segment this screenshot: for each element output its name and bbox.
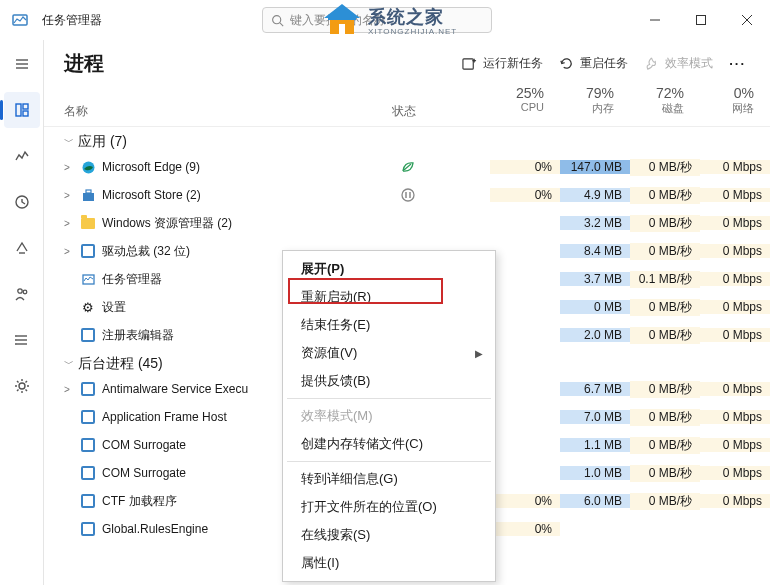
window-title: 任务管理器	[42, 12, 102, 29]
nav-services[interactable]	[4, 368, 40, 404]
svg-rect-40	[83, 193, 94, 201]
svg-rect-14	[23, 104, 28, 109]
process-status	[400, 187, 490, 203]
ctx-search-online[interactable]: 在线搜索(S)	[283, 521, 495, 549]
process-icon	[78, 410, 98, 424]
cell-disk: 0 MB/秒	[630, 437, 700, 454]
svg-line-32	[25, 390, 27, 392]
ctx-resource-values[interactable]: 资源值(V)▶	[283, 339, 495, 367]
nav-history[interactable]	[4, 184, 40, 220]
process-icon	[78, 466, 98, 480]
nav-details[interactable]	[4, 322, 40, 358]
cell-disk: 0 MB/秒	[630, 409, 700, 426]
sidebar	[0, 40, 44, 585]
cell-disk: 0 MB/秒	[630, 243, 700, 260]
cell-memory: 2.0 MB	[560, 328, 630, 342]
svg-point-42	[402, 189, 414, 201]
expand-icon[interactable]: >	[64, 218, 78, 229]
ctx-expand[interactable]: 展开(P)	[283, 255, 495, 283]
page-title: 进程	[64, 50, 454, 77]
process-row[interactable]: >Microsoft Store (2)0%4.9 MB0 MB/秒0 Mbps	[44, 181, 770, 209]
expand-icon[interactable]: >	[64, 246, 78, 257]
process-icon	[78, 494, 98, 508]
svg-line-34	[25, 381, 27, 383]
restart-task-button[interactable]: 重启任务	[551, 51, 636, 76]
cell-network: 0 Mbps	[700, 188, 770, 202]
cell-disk: 0 MB/秒	[630, 327, 700, 344]
run-new-task-button[interactable]: 运行新任务	[454, 51, 551, 76]
process-row[interactable]: >Microsoft Edge (9)0%147.0 MB0 MB/秒0 Mbp…	[44, 153, 770, 181]
cell-network: 0 Mbps	[700, 244, 770, 258]
titlebar: 任务管理器 键入要搜索的名称…	[0, 0, 770, 40]
context-menu: 展开(P) 重新启动(R) 结束任务(E) 资源值(V)▶ 提供反馈(B) 效率…	[282, 250, 496, 582]
column-header: 名称 状态 25%CPU 79%内存 72%磁盘 0%网络	[44, 83, 770, 127]
cell-memory: 1.0 MB	[560, 466, 630, 480]
process-icon	[78, 522, 98, 536]
svg-point-18	[17, 289, 21, 293]
process-icon	[78, 438, 98, 452]
expand-icon[interactable]: >	[64, 384, 78, 395]
ctx-separator	[287, 461, 491, 462]
ctx-feedback[interactable]: 提供反馈(B)	[283, 367, 495, 395]
svg-line-2	[280, 22, 283, 25]
hamburger-button[interactable]	[4, 46, 40, 82]
cell-disk: 0 MB/秒	[630, 299, 700, 316]
cell-disk: 0.1 MB/秒	[630, 271, 700, 288]
ctx-open-file-location[interactable]: 打开文件所在的位置(O)	[283, 493, 495, 521]
search-input[interactable]: 键入要搜索的名称…	[262, 7, 492, 33]
group-apps[interactable]: ﹀ 应用 (7)	[44, 127, 770, 153]
cell-memory: 0 MB	[560, 300, 630, 314]
ctx-go-to-details[interactable]: 转到详细信息(G)	[283, 465, 495, 493]
nav-startup[interactable]	[4, 230, 40, 266]
svg-rect-15	[23, 111, 28, 116]
pause-icon	[400, 187, 416, 203]
cell-network: 0 Mbps	[700, 494, 770, 508]
close-button[interactable]	[724, 0, 770, 40]
cell-disk: 0 MB/秒	[630, 187, 700, 204]
col-disk[interactable]: 72%磁盘	[622, 85, 692, 120]
ctx-end-task[interactable]: 结束任务(E)	[283, 311, 495, 339]
svg-rect-0	[13, 15, 27, 25]
col-memory[interactable]: 79%内存	[552, 85, 622, 120]
svg-point-1	[273, 15, 281, 23]
ctx-separator	[287, 398, 491, 399]
process-icon	[78, 328, 98, 342]
process-icon	[78, 382, 98, 396]
search-placeholder: 键入要搜索的名称…	[290, 12, 398, 29]
ctx-create-dump[interactable]: 创建内存转储文件(C)	[283, 430, 495, 458]
cell-cpu: 0%	[490, 160, 560, 174]
more-button[interactable]: ···	[721, 52, 754, 75]
process-name: Microsoft Edge (9)	[98, 160, 400, 174]
maximize-button[interactable]	[678, 0, 724, 40]
process-status	[400, 159, 490, 175]
col-cpu[interactable]: 25%CPU	[482, 85, 552, 120]
expand-icon[interactable]: >	[64, 162, 78, 173]
expand-icon[interactable]: >	[64, 190, 78, 201]
svg-point-19	[23, 290, 27, 294]
cell-network: 0 Mbps	[700, 216, 770, 230]
process-icon	[78, 188, 98, 203]
svg-rect-41	[86, 190, 91, 193]
cell-memory: 147.0 MB	[560, 160, 630, 174]
svg-rect-13	[16, 104, 21, 116]
cell-network: 0 Mbps	[700, 328, 770, 342]
svg-point-24	[15, 339, 17, 341]
minimize-button[interactable]	[632, 0, 678, 40]
nav-users[interactable]	[4, 276, 40, 312]
process-icon	[78, 244, 98, 258]
ctx-restart[interactable]: 重新启动(R)	[283, 283, 495, 311]
nav-processes[interactable]	[4, 92, 40, 128]
page-header: 进程 运行新任务 重启任务 效率模式 ···	[44, 40, 770, 83]
process-row[interactable]: >Windows 资源管理器 (2)3.2 MB0 MB/秒0 Mbps	[44, 209, 770, 237]
cell-memory: 1.1 MB	[560, 438, 630, 452]
svg-rect-4	[697, 16, 706, 25]
cell-network: 0 Mbps	[700, 272, 770, 286]
ctx-efficiency-mode: 效率模式(M)	[283, 402, 495, 430]
cell-network: 0 Mbps	[700, 438, 770, 452]
process-name: Microsoft Store (2)	[98, 188, 400, 202]
cell-disk: 0 MB/秒	[630, 381, 700, 398]
nav-performance[interactable]	[4, 138, 40, 174]
svg-point-25	[15, 343, 17, 345]
col-network[interactable]: 0%网络	[692, 85, 762, 120]
ctx-properties[interactable]: 属性(I)	[283, 549, 495, 577]
